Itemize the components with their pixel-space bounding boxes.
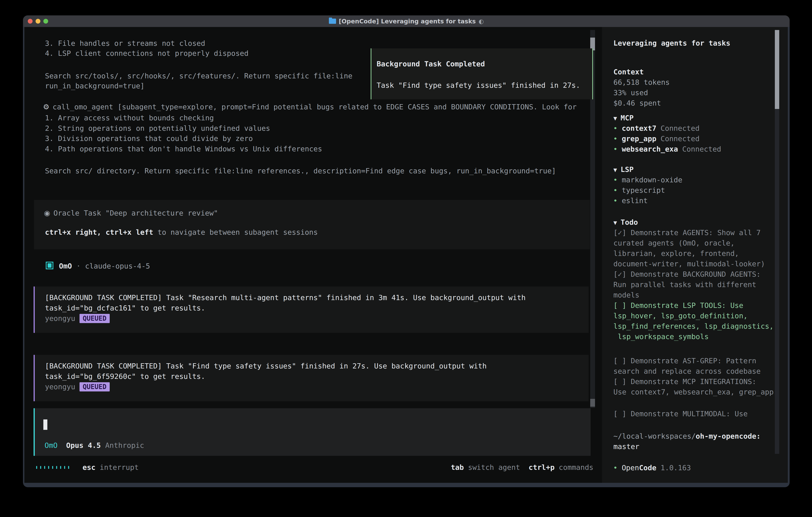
todo-heading: Todo: [620, 218, 638, 226]
status-dot-icon: •: [613, 135, 617, 143]
mcp-item-status: Connected: [682, 145, 721, 153]
fisheye-icon: ◉: [44, 209, 50, 217]
main-scrollbar-thumb-lower[interactable]: [590, 399, 595, 407]
app-version: 1.0.163: [661, 464, 691, 472]
todo-line-pending: search and replace across codebase: [613, 366, 761, 377]
text-cursor: [44, 419, 47, 430]
status-badge: QUEUED: [80, 314, 110, 323]
separator-dot: ·: [76, 262, 81, 270]
spinner-icon: [36, 466, 72, 469]
tool-call-list-item: 2. String operations on potentially unde…: [45, 123, 270, 134]
window-titlebar[interactable]: [OpenCode] Leveraging agents for tasks ◐: [23, 16, 790, 27]
workspace-repo: oh-my-opencode:: [696, 432, 761, 440]
tool-call-list-item: 4. Path operations that don't handle Win…: [45, 144, 322, 154]
todo-line-done: librarian, explore, frontend,: [613, 248, 739, 259]
mcp-heading: MCP: [620, 114, 634, 122]
mcp-item-status: Connected: [661, 124, 699, 132]
agent-header: OmO·claude-opus-4-5: [46, 261, 150, 271]
terminal-line: run_in_background=true]: [45, 81, 145, 91]
input-footer: OmOOpus 4.5Anthropic: [45, 440, 144, 451]
status-dot-icon: •: [613, 464, 617, 472]
lsp-heading: LSP: [620, 165, 634, 173]
tool-call-list-item: 1. Array access without bounds checking: [45, 113, 214, 123]
terminal-line: Search src/tools/, src/hooks/, src/featu…: [45, 71, 352, 81]
mcp-item-name: grep_app: [622, 135, 656, 143]
app-name-regular: Open: [622, 464, 639, 472]
prompt-input[interactable]: OmOOpus 4.5Anthropic: [34, 408, 590, 456]
workspace-branch: master: [613, 441, 639, 452]
status-dot-icon: •: [613, 186, 617, 194]
todo-line-pending: [ ] Demonstrate MULTIMODAL: Use: [613, 409, 748, 419]
agent-model: claude-opus-4-5: [85, 262, 150, 270]
oracle-task-title: Oracle Task "Deep architecture review": [53, 209, 218, 217]
hint-text: to navigate between subagent sessions: [153, 228, 318, 236]
context-spent: $0.46 spent: [613, 98, 661, 108]
esc-key-hint: esc: [83, 462, 95, 472]
toast-title: Background Task Completed: [377, 59, 485, 69]
message-line: task_id="bg_dcfac161" to get results.: [45, 303, 205, 313]
terminal-line: 3. File handles or streams not closed: [45, 38, 205, 49]
todo-line-done: models: [613, 290, 639, 300]
message-line: [BACKGROUND TASK COMPLETED] Task "Find t…: [45, 361, 487, 371]
todo-line-done: curated agents (OmO, oracle,: [613, 238, 735, 248]
todo-line-pending: [ ] Demonstrate AST-GREP: Pattern: [613, 356, 756, 366]
terminal-content: 3. File handles or streams not closed 4.…: [24, 27, 788, 483]
version-line: •OpenCode1.0.163: [613, 463, 691, 473]
message-meta: yeongyuQUEUED: [45, 313, 110, 324]
workspace-path-prefix: ~/local-workspaces/: [613, 432, 696, 440]
window-title-group: [OpenCode] Leveraging agents for tasks ◐: [23, 16, 790, 27]
lsp-item-name: typescript: [622, 186, 665, 194]
statusbar-right: tab switch agent ctrl+p commands: [451, 462, 593, 472]
lsp-item: •markdown-oxide: [613, 175, 682, 185]
status-dot-icon: •: [613, 145, 617, 153]
background-task-message: [BACKGROUND TASK COMPLETED] Task "Find t…: [34, 355, 589, 401]
window-title: [OpenCode] Leveraging agents for tasks: [339, 18, 476, 25]
subagent-nav-hint: ctrl+x right, ctrl+x left to navigate be…: [45, 227, 318, 238]
lsp-section-header[interactable]: ▼LSP: [613, 164, 634, 175]
message-author: yeongyu: [45, 382, 75, 392]
context-used: 33% used: [613, 87, 648, 98]
message-line: [BACKGROUND TASK COMPLETED] Task "Resear…: [45, 293, 526, 303]
sidebar-scrollbar[interactable]: [775, 30, 779, 454]
tool-call-list-item: 3. Division operations that could divide…: [45, 133, 253, 144]
app-name-bold: Code: [639, 464, 656, 472]
mcp-item: •context7Connected: [613, 123, 699, 134]
chevron-down-icon: ▼: [613, 115, 617, 122]
sidebar-scrollbar-thumb[interactable]: [775, 30, 779, 109]
status-dot-icon: •: [613, 124, 617, 132]
chevron-down-icon: ▼: [613, 166, 617, 173]
tool-call-tail: Search src/ directory. Return specific f…: [45, 166, 556, 176]
message-line: task_id="bg_6f59260c" to get results.: [45, 371, 205, 382]
lsp-item: •typescript: [613, 185, 665, 195]
oracle-task-title-line: ◉Oracle Task "Deep architecture review": [44, 208, 218, 218]
mcp-section-header[interactable]: ▼MCP: [613, 113, 634, 124]
lsp-item-name: markdown-oxide: [622, 176, 682, 184]
mcp-item-status: Connected: [661, 135, 699, 143]
message-author: yeongyu: [45, 313, 75, 324]
session-sidebar: Leveraging agents for tasks Context 66,5…: [602, 27, 788, 483]
lsp-item: •eslint: [613, 195, 648, 206]
agent-square-icon: [46, 262, 53, 269]
lsp-item-name: eslint: [622, 196, 648, 205]
input-agent-name: OmO: [45, 441, 58, 450]
oracle-task-box: ◉Oracle Task "Deep architecture review" …: [34, 200, 590, 249]
agent-name: OmO: [59, 262, 72, 270]
terminal-line: 4. LSP client connections not properly d…: [45, 48, 249, 59]
gear-icon: ⚙: [43, 103, 49, 111]
terminal-window: [OpenCode] Leveraging agents for tasks ◐…: [23, 16, 790, 487]
toast-body: Task "Find type safety issues" finished …: [377, 80, 580, 90]
mcp-item-name: websearch_exa: [622, 145, 678, 153]
todo-line-active: lsp_workspace_symbols: [613, 331, 709, 342]
todo-section-header[interactable]: ▼Todo: [613, 217, 638, 228]
todo-line-done: document-writer, multimodal-looker): [613, 259, 765, 269]
todo-line-done: [✓] Demonstrate AGENTS: Show all 7: [613, 227, 761, 238]
background-task-toast: Background Task Completed Task "Find typ…: [371, 48, 593, 99]
todo-line-pending: Use context7, websearch_exa, grep_app: [613, 387, 774, 397]
status-badge: QUEUED: [80, 382, 110, 391]
tool-call-text: call_omo_agent [subagent_type=explore, p…: [53, 103, 577, 111]
half-moon-icon: ◐: [478, 18, 484, 25]
todo-line-done: Run parallel tasks with different: [613, 279, 756, 290]
todo-line-active: lsp_hover, lsp_goto_definition,: [613, 311, 748, 321]
workspace-path: ~/local-workspaces/oh-my-opencode:: [613, 431, 761, 441]
todo-line-active: [ ] Demonstrate LSP TOOLS: Use: [613, 300, 743, 311]
